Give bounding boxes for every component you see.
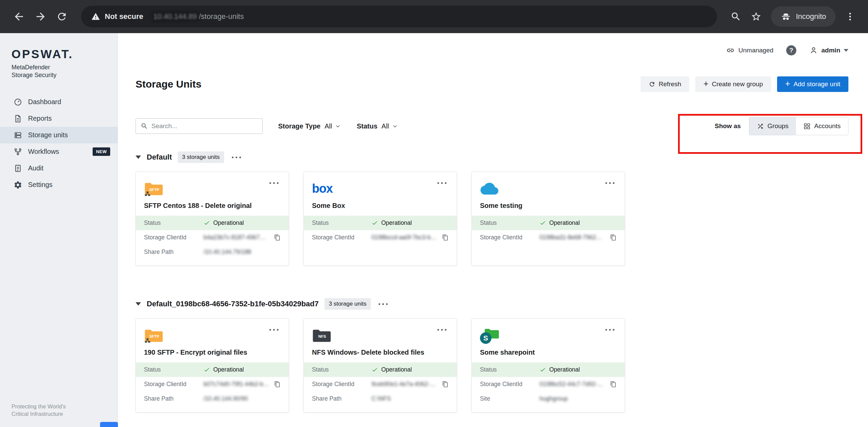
sidebar-item-settings[interactable]: Settings (0, 176, 118, 193)
copy-icon[interactable] (274, 234, 281, 241)
copy-icon[interactable] (610, 234, 617, 241)
refresh-button[interactable]: Refresh (641, 76, 690, 92)
sidebar-item-reports[interactable]: Reports (0, 110, 118, 127)
collapse-caret-icon[interactable] (136, 302, 141, 306)
add-storage-unit-button[interactable]: + Add storage unit (777, 76, 848, 92)
card-menu-button[interactable] (267, 180, 281, 186)
storage-unit-title: 190 SFTP - Encrypt original files (136, 344, 289, 356)
not-secure-warning-icon (91, 12, 100, 21)
storage-unit-title: SFTP Centos 188 - Delete original (136, 197, 289, 210)
search-input[interactable] (151, 122, 258, 130)
storage-type-select[interactable]: All (324, 122, 341, 130)
plus-icon: + (785, 79, 790, 88)
sidebar-item-dashboard[interactable]: Dashboard (0, 94, 118, 110)
status-select[interactable]: All (382, 122, 398, 130)
group-name: Default_0198bc68-4656-7352-b1fe-05b34029… (147, 300, 319, 308)
masked-value: C:\NFS (371, 395, 449, 402)
sftp-folder-icon: SFTP (144, 180, 164, 197)
masked-value: /10.40.144.90/90 (203, 395, 281, 402)
sidebar: OPSWAT. MetaDefender Storage Security Da… (0, 33, 118, 427)
card-menu-button[interactable] (603, 180, 617, 186)
storage-unit-card: Some testing Status Operational Storage … (472, 172, 625, 266)
masked-value: 0198ba31-8e68-7962… (539, 234, 607, 241)
card-menu-button[interactable] (267, 327, 281, 333)
create-new-group-button[interactable]: + Create new group (695, 76, 771, 92)
url-path: /storage-units (199, 12, 244, 21)
svg-text:SFTP: SFTP (149, 188, 160, 192)
copy-icon[interactable] (610, 381, 617, 387)
bookmark-button[interactable] (747, 8, 765, 25)
check-icon (203, 220, 210, 226)
svg-text:NFS: NFS (318, 334, 326, 338)
status-row: Status Operational (136, 216, 289, 230)
toggle-accounts[interactable]: Accounts (796, 117, 848, 135)
workflows-icon (14, 147, 22, 156)
storage-units-icon (14, 131, 22, 140)
masked-value: b4a23b7c-8187-4967… (203, 234, 271, 241)
product-name: MetaDefender Storage Security (11, 64, 118, 79)
card-menu-button[interactable] (435, 180, 449, 186)
zoom-button[interactable] (727, 8, 745, 25)
account-bar: Unmanaged ? admin (136, 33, 848, 57)
show-as-control: Show as Groups Accounts (715, 117, 848, 135)
refresh-page-button[interactable] (53, 7, 71, 26)
unmanaged-status[interactable]: Unmanaged (726, 46, 774, 54)
status-row: Status Operational (472, 362, 625, 377)
storage-unit-title: NFS Windows- Delete blocked files (304, 344, 457, 356)
incognito-label: Incognito (796, 12, 826, 21)
forward-arrow-icon (34, 10, 47, 23)
collapse-caret-icon[interactable] (136, 156, 141, 159)
toggle-groups[interactable]: Groups (749, 117, 796, 135)
kebab-menu-icon (845, 11, 855, 22)
main-content: Unmanaged ? admin Storage Units Refresh (118, 33, 868, 427)
sidebar-nav: Dashboard Reports Storage units Workflow… (0, 94, 118, 193)
group-menu-button[interactable] (230, 155, 243, 160)
sharepoint-icon: S (480, 327, 500, 344)
check-icon (539, 366, 546, 373)
sidebar-item-storage-units[interactable]: Storage units (0, 127, 118, 143)
not-secure-label[interactable]: Not secure (105, 12, 143, 21)
magnifier-icon (730, 11, 741, 22)
card-menu-button[interactable] (603, 327, 617, 333)
forward-button[interactable] (31, 7, 50, 26)
storage-type-filter: Storage Type All (278, 122, 341, 130)
status-row: Status Operational (472, 216, 625, 230)
page-actions: Refresh + Create new group + Add storage… (641, 76, 848, 92)
status-row: Status Operational (136, 362, 289, 377)
opswat-logo: OPSWAT. (11, 47, 118, 61)
storage-unit-card: S Some sharepoint Status Operational (472, 318, 625, 412)
address-bar[interactable]: Not secure 10.40.144.89/storage-units (81, 6, 717, 27)
filter-row: Storage Type All Status All Show as (136, 117, 848, 135)
link-icon (726, 46, 734, 54)
sidebar-item-workflows[interactable]: Workflows NEW (0, 143, 118, 160)
client-id-row: Storage ClientId 0198bccd-aa0f-7bc3-b… (304, 230, 457, 245)
masked-value: 0198bccd-aa0f-7bc3-b… (371, 234, 439, 241)
share-path-row: Share Path /10.40.144.90/90 (136, 392, 289, 406)
card-menu-button[interactable] (435, 327, 449, 333)
user-menu[interactable]: admin (809, 46, 848, 55)
masked-value: 0198bc52-44c7-7d92-… (539, 381, 607, 388)
back-arrow-icon (13, 10, 25, 23)
search-box[interactable] (136, 118, 263, 134)
storage-unit-title: Some sharepoint (472, 344, 625, 356)
browser-toolbar: Not secure 10.40.144.89/storage-units I (0, 0, 868, 33)
copy-icon[interactable] (442, 234, 449, 241)
incognito-badge[interactable]: Incognito (771, 6, 836, 27)
sidebar-item-audit[interactable]: Audit (0, 160, 118, 176)
copy-icon[interactable] (274, 381, 281, 387)
check-icon (371, 220, 378, 226)
sidebar-footer-tagline: Protecting the World's Critical Infrastr… (0, 403, 78, 427)
audit-icon (14, 164, 22, 173)
group-menu-button[interactable] (377, 301, 390, 307)
masked-value: /10.40.144.79/188 (203, 248, 281, 256)
cloud-icon (480, 180, 499, 197)
help-icon[interactable]: ? (786, 45, 796, 55)
browser-menu-button[interactable] (842, 8, 859, 25)
copy-icon[interactable] (442, 381, 449, 387)
client-id-row: Storage ClientId b07c74d0-79f1-44b2-b… (136, 377, 289, 392)
accounts-grid-icon (803, 123, 811, 130)
back-button[interactable] (9, 7, 28, 26)
settings-gear-icon (14, 181, 22, 189)
masked-value: 9ceb90e1-4e7a-4062-… (371, 381, 439, 388)
group-name: Default (147, 153, 172, 162)
